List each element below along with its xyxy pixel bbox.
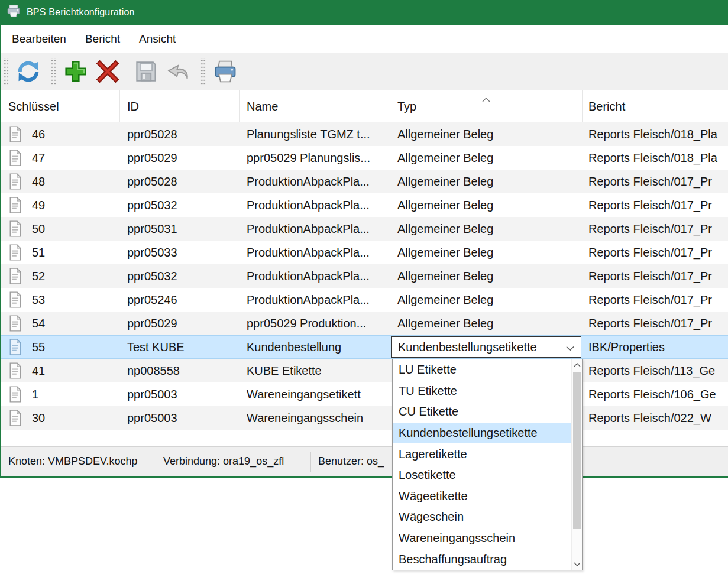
- cell-id: ppr05003: [120, 382, 240, 406]
- row-key: 53: [32, 293, 45, 307]
- table-row[interactable]: 41np008558KUBE EtiketteReports Fleisch/1…: [1, 359, 728, 382]
- row-key: 47: [32, 151, 45, 165]
- dropdown-item-list: LU EtiketteTU EtiketteCU EtiketteKundenb…: [393, 359, 571, 570]
- cell-name: ProduktionAbpackPla...: [240, 241, 390, 264]
- toolbar-group-refresh: [1, 53, 48, 90]
- menu-bericht[interactable]: Bericht: [76, 29, 130, 49]
- document-icon: [8, 150, 22, 166]
- cell-id: ppr05028: [120, 122, 240, 146]
- row-key: 55: [32, 340, 45, 354]
- column-header-name[interactable]: Name: [240, 90, 390, 122]
- dropdown-item[interactable]: TU Etikette: [393, 381, 571, 402]
- scrollbar-thumb[interactable]: [573, 372, 581, 529]
- toolbar-group-print: [198, 53, 245, 90]
- table-row[interactable]: 48ppr05028ProduktionAbpackPla...Allgemei…: [1, 170, 728, 193]
- table-row[interactable]: 30ppr05003WareneingangsscheinReports Fle…: [1, 406, 728, 430]
- table-row-selected[interactable]: 55Test KUBEKundenbestellungKundenbestell…: [1, 335, 728, 359]
- cell-bericht: Reports Fleisch/018_Pla: [583, 122, 728, 146]
- dropdown-item-highlighted[interactable]: Kundenbestellungsetikette: [393, 423, 571, 444]
- column-header-id[interactable]: ID: [120, 90, 240, 122]
- row-key: 50: [32, 222, 45, 236]
- status-benutzer: Benutzer: os_: [311, 452, 392, 472]
- cell-name: Planungsliste TGMZ t...: [240, 122, 390, 146]
- cell-id: Test KUBE: [120, 335, 240, 359]
- scroll-up-arrow-icon[interactable]: [572, 359, 582, 371]
- cell-schluessel: 54: [1, 312, 120, 335]
- table-row[interactable]: 51ppr05033ProduktionAbpackPla...Allgemei…: [1, 241, 728, 264]
- delete-button[interactable]: [92, 56, 124, 87]
- scroll-down-arrow-icon[interactable]: [572, 559, 582, 570]
- row-key: 54: [32, 317, 45, 330]
- table-row[interactable]: 49ppr05032ProduktionAbpackPla...Allgemei…: [1, 193, 728, 217]
- row-key: 52: [32, 270, 45, 283]
- document-icon: [8, 126, 22, 142]
- undo-button[interactable]: [162, 56, 194, 87]
- table-row[interactable]: 47ppr05029ppr05029 Planungslis...Allgeme…: [1, 146, 728, 170]
- row-key: 1: [32, 388, 38, 401]
- document-icon: [8, 362, 22, 379]
- menu-bearbeiten[interactable]: Bearbeiten: [2, 29, 76, 49]
- row-key: 51: [32, 246, 45, 260]
- dropdown-item[interactable]: CU Etikette: [393, 401, 571, 423]
- cell-schluessel: 51: [1, 241, 120, 264]
- cell-name: ProduktionAbpackPla...: [240, 193, 390, 217]
- cell-name: ppr05029 Planungslis...: [240, 146, 390, 170]
- print-button[interactable]: [209, 56, 241, 87]
- chevron-down-icon: [565, 346, 575, 351]
- typ-combobox-value: Kundenbestellungsetikette: [398, 340, 537, 354]
- cell-typ: Allgemeiner Beleg: [390, 241, 583, 264]
- refresh-button[interactable]: [12, 56, 44, 87]
- cell-bericht: Reports Fleisch/022_W: [583, 406, 728, 430]
- dropdown-item[interactable]: Lageretikette: [393, 443, 571, 465]
- table-row[interactable]: 54ppr05029ppr05029 Produktion...Allgemei…: [1, 312, 728, 335]
- toolbar-grip[interactable]: [4, 58, 9, 85]
- typ-combobox[interactable]: Kundenbestellungsetikette: [391, 336, 581, 358]
- status-verbindung: Verbindung: ora19_os_zfl: [156, 452, 311, 472]
- table-row[interactable]: 52ppr05032ProduktionAbpackPla...Allgemei…: [1, 264, 728, 288]
- dropdown-scrollbar[interactable]: [571, 359, 582, 570]
- cell-schluessel: 50: [1, 217, 120, 241]
- cell-bericht: Reports Fleisch/017_Pr: [583, 264, 728, 288]
- column-header-schluessel[interactable]: Schlüssel: [1, 90, 120, 122]
- combobox-chevron[interactable]: [565, 340, 575, 354]
- cell-id: ppr05028: [120, 170, 240, 193]
- cell-name: ProduktionAbpackPla...: [240, 288, 390, 312]
- toolbar-grip[interactable]: [51, 58, 56, 85]
- column-header-typ[interactable]: Typ: [390, 90, 583, 122]
- toolbar-grip[interactable]: [200, 58, 206, 85]
- cell-schluessel: 30: [1, 406, 120, 430]
- cell-schluessel: 52: [1, 264, 120, 288]
- dropdown-item[interactable]: LU Etikette: [393, 359, 571, 381]
- table-row[interactable]: 46ppr05028Planungsliste TGMZ t...Allgeme…: [1, 122, 728, 146]
- cell-schluessel: 47: [1, 146, 120, 170]
- save-button[interactable]: [130, 56, 162, 87]
- cell-id: ppr05029: [120, 312, 240, 335]
- menu-ansicht[interactable]: Ansicht: [130, 29, 185, 49]
- document-icon: [8, 410, 22, 426]
- table-row[interactable]: 53ppr05246ProduktionAbpackPla...Allgemei…: [1, 288, 728, 312]
- document-icon: [8, 220, 22, 237]
- document-icon: [8, 291, 22, 308]
- cell-bericht: Reports Fleisch/113_Ge: [583, 359, 728, 382]
- dropdown-item[interactable]: Losetikette: [393, 465, 571, 486]
- statusbar: Knoten: VMBPSDEV.kochp Verbindung: ora19…: [1, 446, 728, 476]
- report-table: Schlüssel ID Name Typ Bericht 46ppr05028…: [1, 90, 728, 430]
- document-icon: [8, 244, 22, 261]
- dropdown-item[interactable]: Beschaffungsauftrag: [393, 549, 571, 570]
- table-row[interactable]: 50ppr05031ProduktionAbpackPla...Allgemei…: [1, 217, 728, 241]
- table-row[interactable]: 1ppr05003WareneingangsetikettReports Fle…: [1, 382, 728, 406]
- cell-name: KUBE Etikette: [240, 359, 390, 382]
- dropdown-item[interactable]: Wägeetikette: [393, 486, 571, 507]
- add-button[interactable]: [60, 56, 92, 87]
- cell-id: ppr05033: [120, 241, 240, 264]
- table-header: Schlüssel ID Name Typ Bericht: [1, 90, 728, 122]
- cell-typ: Allgemeiner Beleg: [390, 312, 583, 335]
- column-header-bericht[interactable]: Bericht: [583, 90, 728, 122]
- toolbar: [1, 53, 728, 90]
- dropdown-item[interactable]: Wareneingangsschein: [393, 528, 571, 549]
- dropdown-item[interactable]: Wägeschein: [393, 507, 571, 528]
- cell-name: Wareneingangsschein: [240, 406, 390, 430]
- document-icon: [8, 197, 22, 213]
- cell-name: ppr05029 Produktion...: [240, 312, 390, 335]
- cell-id: ppr05031: [120, 217, 240, 241]
